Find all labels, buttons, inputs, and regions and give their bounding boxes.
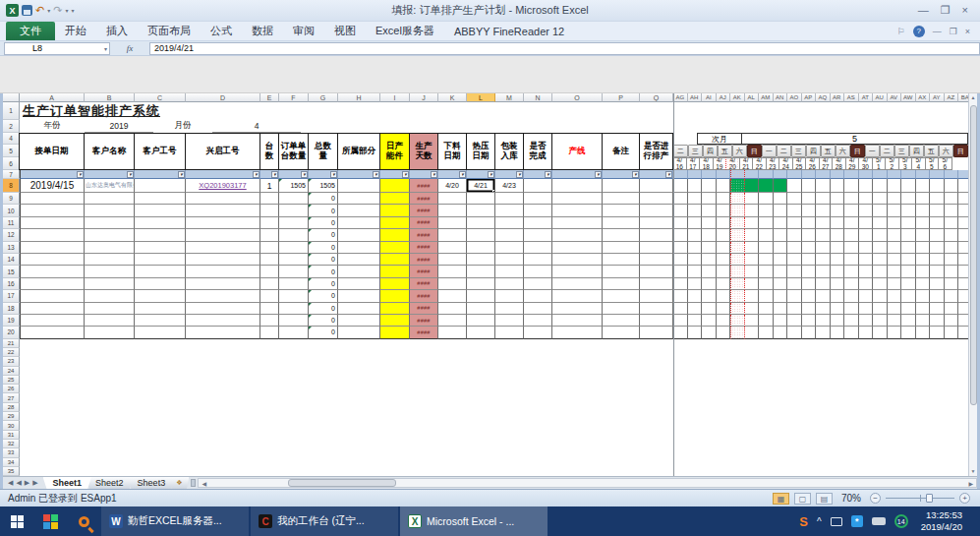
empty-cells[interactable] xyxy=(20,367,968,376)
column-header-C[interactable]: C xyxy=(135,93,186,102)
scroll-up-icon[interactable]: ▲ xyxy=(971,93,976,102)
cell-AO19[interactable] xyxy=(787,315,802,327)
cell-BA12[interactable] xyxy=(958,229,968,241)
cell-C16[interactable] xyxy=(135,278,186,290)
cell-AN18[interactable] xyxy=(774,303,788,315)
cell-O20[interactable] xyxy=(552,327,603,338)
sheet-tab-Sheet3[interactable]: Sheet3 xyxy=(128,477,176,489)
cell-AN9[interactable] xyxy=(774,193,788,205)
filter-dropdown-icon[interactable]: ▾ xyxy=(77,171,84,178)
cell-B20[interactable] xyxy=(85,327,135,338)
cell-J8[interactable]: #### xyxy=(410,179,438,193)
row-header-5[interactable]: 5 xyxy=(3,145,20,157)
asterisk-tray-icon[interactable]: * xyxy=(851,515,863,527)
column-header-P[interactable]: P xyxy=(603,93,640,102)
table-header-unit-count[interactable]: 台数 xyxy=(259,133,279,170)
cell-AM16[interactable] xyxy=(759,278,774,290)
column-header-B[interactable]: B xyxy=(85,93,135,102)
cell-AX13[interactable] xyxy=(916,242,931,254)
empty-cells[interactable] xyxy=(20,440,968,448)
empty-cells[interactable] xyxy=(20,339,968,348)
cell-AK15[interactable] xyxy=(730,266,745,277)
cell-H9[interactable] xyxy=(338,193,380,205)
vertical-scrollbar[interactable]: ▲ ▼ xyxy=(968,93,977,476)
cell-AM14[interactable] xyxy=(759,254,774,266)
cell-AG11[interactable] xyxy=(673,217,688,229)
cell-AY16[interactable] xyxy=(930,278,945,290)
cell-AH14[interactable] xyxy=(688,254,703,266)
row-header-10[interactable]: 10 xyxy=(3,205,20,216)
cell-AT17[interactable] xyxy=(859,290,874,302)
cell-AQ18[interactable] xyxy=(816,303,831,315)
cell-AJ20[interactable] xyxy=(717,327,731,338)
cell-AH11[interactable] xyxy=(688,217,703,229)
cell-AV15[interactable] xyxy=(888,266,902,277)
monitor-tray-icon[interactable] xyxy=(831,517,842,526)
cell-K14[interactable] xyxy=(438,254,467,266)
cell-AX12[interactable] xyxy=(916,229,931,241)
cell-B10[interactable] xyxy=(85,205,135,216)
cell-AP9[interactable] xyxy=(802,193,817,205)
filter-cell-E7[interactable]: ▾ xyxy=(260,170,279,179)
cell-E12[interactable] xyxy=(260,229,279,241)
cell-AK20[interactable] xyxy=(730,327,745,338)
cell-P8[interactable] xyxy=(603,179,640,193)
cell-F15[interactable] xyxy=(279,266,309,277)
tab-公式[interactable]: 公式 xyxy=(201,22,242,40)
row-header-2[interactable]: 2 xyxy=(3,120,20,133)
cell-H20[interactable] xyxy=(338,327,380,338)
cell-AU20[interactable] xyxy=(873,327,888,338)
cell-AM13[interactable] xyxy=(759,242,774,254)
cell-AQ8[interactable] xyxy=(816,179,831,193)
cell-AJ17[interactable] xyxy=(717,290,731,302)
filter-cell-AQ7[interactable] xyxy=(816,170,831,179)
cell-AT8[interactable] xyxy=(859,179,874,193)
first-sheet-icon[interactable]: ◀ xyxy=(8,479,13,487)
filter-cell-AS7[interactable] xyxy=(844,170,859,179)
cell-O13[interactable] xyxy=(552,242,603,254)
cell-H15[interactable] xyxy=(338,266,380,277)
cell-AY19[interactable] xyxy=(930,315,945,327)
cell-D13[interactable] xyxy=(186,242,260,254)
cell-G19[interactable]: 0 xyxy=(309,315,338,327)
cell-E20[interactable] xyxy=(260,327,279,338)
cell-AO20[interactable] xyxy=(787,327,802,338)
cell-P16[interactable] xyxy=(603,278,640,290)
cell-AI15[interactable] xyxy=(702,266,717,277)
minimize-button[interactable]: — xyxy=(918,4,929,17)
cell-AO13[interactable] xyxy=(787,242,802,254)
cell-AW10[interactable] xyxy=(901,205,916,216)
cell-AN16[interactable] xyxy=(774,278,788,290)
zoom-out-icon[interactable]: − xyxy=(870,493,881,504)
cell-O11[interactable] xyxy=(552,217,603,229)
row-header-13[interactable]: 13 xyxy=(3,242,20,254)
column-header-E[interactable]: E xyxy=(260,93,279,102)
filter-cell-AT7[interactable] xyxy=(859,170,874,179)
cell-AX16[interactable] xyxy=(916,278,931,290)
cell-AO11[interactable] xyxy=(787,217,802,229)
cell-M9[interactable] xyxy=(495,193,524,205)
cell-AX9[interactable] xyxy=(916,193,931,205)
cell-D19[interactable] xyxy=(186,315,260,327)
cell-AN12[interactable] xyxy=(774,229,788,241)
cell-F8[interactable]: 1505 xyxy=(279,179,309,193)
cell-N20[interactable] xyxy=(524,327,552,338)
cell-BA20[interactable] xyxy=(958,327,968,338)
cell-M16[interactable] xyxy=(495,278,524,290)
cell-D12[interactable] xyxy=(186,229,260,241)
taskbar-button[interactable]: W 勤哲EXCEL服务器... xyxy=(101,506,249,536)
row-header-35[interactable]: 35 xyxy=(3,467,20,476)
column-header-AJ[interactable]: AJ xyxy=(717,93,731,102)
column-header-D[interactable]: D xyxy=(186,93,260,102)
scroll-down-icon[interactable]: ▼ xyxy=(971,467,976,476)
taskbar-clock[interactable]: 13:25:53 2019/4/20 xyxy=(917,509,972,533)
empty-cells[interactable] xyxy=(20,357,968,366)
cell-AW17[interactable] xyxy=(901,290,916,302)
scroll-left-icon[interactable]: ◀ xyxy=(199,480,209,487)
cell-D18[interactable] xyxy=(186,303,260,315)
cell-AK11[interactable] xyxy=(730,217,745,229)
last-sheet-icon[interactable]: ▶ xyxy=(32,479,37,487)
cell-AX11[interactable] xyxy=(916,217,931,229)
next-sheet-icon[interactable]: ▶ xyxy=(25,479,29,487)
cell-AU10[interactable] xyxy=(873,205,888,216)
